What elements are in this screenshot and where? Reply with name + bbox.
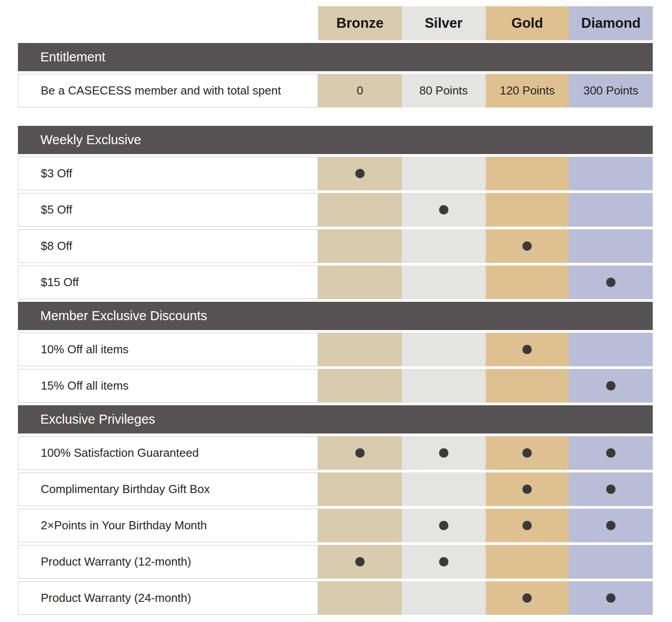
- row-cells: [318, 229, 653, 263]
- tier-header-diamond: Diamond: [569, 6, 653, 40]
- cell-gold: [486, 581, 569, 615]
- included-dot: [522, 521, 532, 530]
- included-dot: [439, 557, 448, 566]
- row-label: Be a CASECESS member and with total spen…: [18, 74, 318, 107]
- section-title: Exclusive Privileges: [18, 405, 653, 433]
- tier-header-silver: Silver: [402, 6, 486, 40]
- cell-bronze: [318, 369, 402, 403]
- included-dot: [439, 521, 448, 530]
- section-weekly-exclusive: Weekly Exclusive$3 Off$5 Off$8 Off$15 Of…: [18, 126, 653, 299]
- row-cells: [318, 369, 653, 403]
- cell-value: 0: [357, 84, 363, 98]
- tier-header-cells: Bronze Silver Gold Diamond: [318, 6, 653, 40]
- row-cells: [318, 157, 653, 190]
- row-label: 15% Off all items: [18, 369, 318, 403]
- cell-value: 80 Points: [419, 84, 468, 98]
- included-dot: [522, 345, 532, 354]
- cell-silver: [402, 229, 486, 263]
- section-exclusive-privileges: Exclusive Privileges100% Satisfaction Gu…: [18, 405, 653, 615]
- cell-diamond: [569, 157, 653, 190]
- included-dot: [522, 448, 532, 458]
- cell-bronze: [318, 157, 402, 190]
- included-dot: [522, 593, 532, 603]
- cell-gold: [486, 436, 569, 470]
- cell-bronze: [318, 509, 402, 542]
- cell-value: 120 Points: [500, 84, 555, 98]
- row-cells: [318, 193, 653, 227]
- table-row: 100% Satisfaction Guaranteed: [18, 436, 653, 470]
- section-title: Weekly Exclusive: [18, 126, 653, 154]
- cell-gold: [486, 157, 569, 190]
- cell-value: 300 Points: [583, 84, 638, 98]
- included-dot: [439, 205, 448, 214]
- cell-silver: [402, 545, 486, 579]
- cell-gold: [486, 229, 569, 263]
- cell-bronze: [318, 436, 402, 470]
- included-dot: [606, 521, 616, 530]
- included-dot: [355, 169, 365, 178]
- cell-bronze: [318, 472, 402, 506]
- cell-silver: [402, 193, 486, 227]
- cell-silver: [402, 509, 486, 542]
- table-row: 15% Off all items: [18, 369, 653, 403]
- membership-benefits-table: Bronze Silver Gold Diamond EntitlementBe…: [0, 0, 672, 622]
- tier-header-gold: Gold: [486, 6, 569, 40]
- row-cells: [318, 436, 653, 470]
- section-member-exclusive-discounts: Member Exclusive Discounts10% Off all it…: [18, 302, 653, 403]
- cell-bronze: [318, 581, 402, 615]
- row-cells: [318, 266, 653, 299]
- cell-diamond: 300 Points: [569, 74, 653, 107]
- section-title: Entitlement: [18, 43, 653, 71]
- tier-header-row: Bronze Silver Gold Diamond: [18, 6, 653, 40]
- cell-diamond: [569, 472, 653, 506]
- row-label: $5 Off: [18, 193, 318, 227]
- cell-diamond: [569, 369, 653, 403]
- row-label: 100% Satisfaction Guaranteed: [18, 436, 318, 470]
- row-cells: [318, 581, 653, 615]
- included-dot: [606, 593, 616, 603]
- cell-silver: [402, 369, 486, 403]
- table-row: $15 Off: [18, 266, 653, 299]
- section-entitlement: EntitlementBe a CASECESS member and with…: [18, 43, 653, 107]
- cell-diamond: [569, 509, 653, 542]
- cell-diamond: [569, 266, 653, 299]
- cell-diamond: [569, 193, 653, 227]
- row-cells: [318, 545, 653, 579]
- cell-gold: [486, 333, 569, 366]
- tier-header-bronze: Bronze: [318, 6, 402, 40]
- cell-bronze: [318, 333, 402, 366]
- table-row: $8 Off: [18, 229, 653, 263]
- row-cells: [318, 472, 653, 506]
- row-cells: [318, 509, 653, 542]
- table-row: $5 Off: [18, 193, 653, 227]
- row-cells: 080 Points120 Points300 Points: [318, 74, 653, 107]
- cell-diamond: [569, 581, 653, 615]
- included-dot: [522, 485, 532, 494]
- cell-bronze: 0: [318, 74, 402, 107]
- section-title: Member Exclusive Discounts: [18, 302, 653, 330]
- row-label: $8 Off: [18, 229, 318, 263]
- row-cells: [318, 333, 653, 366]
- included-dot: [606, 485, 616, 494]
- included-dot: [606, 381, 616, 390]
- table-row: Product Warranty (24-month): [18, 581, 653, 615]
- included-dot: [606, 278, 616, 287]
- cell-silver: [402, 472, 486, 506]
- cell-gold: [486, 509, 569, 542]
- cell-diamond: [569, 333, 653, 366]
- table-row: 10% Off all items: [18, 333, 653, 366]
- cell-bronze: [318, 193, 402, 227]
- row-label: 10% Off all items: [18, 333, 318, 366]
- table-row: 2×Points in Your Birthday Month: [18, 509, 653, 542]
- cell-gold: [486, 472, 569, 506]
- cell-silver: [402, 436, 486, 470]
- row-label: $15 Off: [18, 266, 318, 299]
- row-label: Product Warranty (12-month): [18, 545, 318, 579]
- cell-silver: 80 Points: [402, 74, 486, 107]
- cell-gold: [486, 266, 569, 299]
- cell-bronze: [318, 229, 402, 263]
- cell-diamond: [569, 545, 653, 579]
- table-row: Complimentary Birthday Gift Box: [18, 472, 653, 506]
- included-dot: [355, 448, 365, 458]
- cell-silver: [402, 581, 486, 615]
